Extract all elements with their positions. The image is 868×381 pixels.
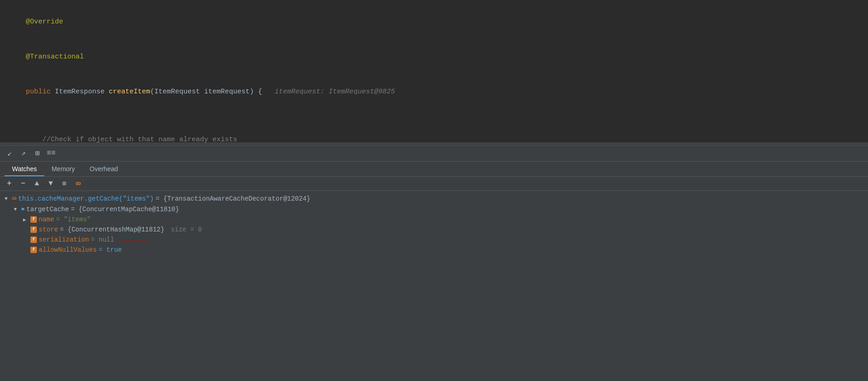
watch-key-targetcache: targetCache: [26, 206, 69, 213]
kw-public: public: [26, 88, 55, 96]
field-icon-store: f: [30, 226, 37, 233]
tab-memory[interactable]: Memory: [44, 162, 82, 176]
tab-watches[interactable]: Watches: [5, 162, 44, 176]
watch-item-root[interactable]: ▼ ∞ this.cacheManager.getCache("items") …: [0, 193, 868, 204]
watch-list: ▼ ∞ this.cacheManager.getCache("items") …: [0, 191, 868, 257]
watch-val-name: = "items": [56, 216, 91, 223]
infinity-icon: ∞: [12, 195, 17, 203]
watch-item-serialization[interactable]: ▶ f serialization = null: [0, 235, 868, 245]
watch-val-store: = {ConcurrentHashMap@11812}: [60, 226, 164, 233]
method-name: createItem: [109, 88, 150, 96]
field-icon-null: f: [30, 247, 37, 253]
code-comment: //Check if object with that name already…: [26, 136, 237, 143]
move-down-btn[interactable]: ▼: [46, 179, 55, 188]
expand-btn[interactable]: ↗: [18, 148, 29, 158]
watch-key-null: allowNullValues: [39, 246, 97, 254]
watch-toolbar: + − ▲ ▼ ⊞ ∞: [0, 177, 868, 191]
error-underline: [121, 239, 148, 240]
watch-val-root: = {TransactionAwareCacheDecorator@12024}: [156, 195, 311, 202]
debug-tabs: Watches Memory Overhead: [0, 162, 868, 177]
store-size-hint: size = 0: [171, 226, 202, 233]
expand-arrow-root[interactable]: ▼: [5, 196, 10, 202]
watch-item-targetcache[interactable]: ▼ ⚑ targetCache = {ConcurrentMapCache@11…: [0, 204, 868, 214]
move-up-btn[interactable]: ▲: [32, 179, 41, 188]
flag-icon: ⚑: [21, 206, 24, 213]
watch-key-root: this.cacheManager.getCache("items"): [18, 195, 154, 202]
list-btn[interactable]: ≡≡: [46, 148, 56, 158]
return-type: ItemResponse: [55, 88, 109, 96]
watch-item-allownull[interactable]: ▶ f allowNullValues = true: [0, 245, 868, 255]
watch-item-name[interactable]: ▶ f name = "items": [0, 214, 868, 225]
remove-watch-btn[interactable]: −: [18, 179, 28, 188]
debug-panel: ↙ ↗ ⊞ ≡≡ Watches Memory Overhead + − ▲ ▼…: [0, 145, 868, 381]
watch-val-targetcache: = {ConcurrentMapCache@11810}: [71, 206, 179, 213]
code-line-2: @Transactional: [0, 40, 868, 75]
code-editor: @Override @Transactional public ItemResp…: [0, 0, 868, 143]
expand-arrow-target[interactable]: ▼: [14, 207, 19, 212]
watch-val-serial: = null: [91, 236, 114, 243]
copy-btn[interactable]: ⊞: [60, 179, 69, 188]
annotation-override: @Override: [26, 18, 63, 26]
watch-val-null: = true: [99, 246, 122, 254]
tab-overhead[interactable]: Overhead: [82, 162, 125, 176]
code-line-5: //Check if object with that name already…: [0, 122, 868, 143]
restore-btn[interactable]: ↙: [5, 148, 15, 158]
annotation-transactional: @Transactional: [26, 53, 84, 61]
table-btn[interactable]: ⊞: [32, 148, 42, 158]
watch-key-store: store: [39, 226, 58, 233]
debug-toolbar: ↙ ↗ ⊞ ≡≡: [0, 145, 868, 162]
watch-item-store[interactable]: ▶ f store = {ConcurrentHashMap@11812} si…: [0, 225, 868, 235]
expand-arrow-name[interactable]: ▶: [23, 217, 29, 223]
code-line-1: @Override: [0, 5, 868, 40]
code-line-4: [0, 110, 868, 122]
code-line-3: public ItemResponse createItem(ItemReque…: [0, 75, 868, 110]
field-icon-serial: f: [30, 237, 37, 243]
watch-key-serial: serialization: [39, 236, 89, 243]
param-hint: itemRequest: ItemRequest@9825: [275, 88, 395, 96]
field-icon-name: f: [30, 216, 37, 223]
watch-key-name: name: [39, 216, 54, 223]
add-watch-btn[interactable]: +: [5, 179, 14, 188]
method-params: (ItemRequest itemRequest) {: [150, 88, 275, 96]
infinity-btn[interactable]: ∞: [74, 179, 83, 188]
